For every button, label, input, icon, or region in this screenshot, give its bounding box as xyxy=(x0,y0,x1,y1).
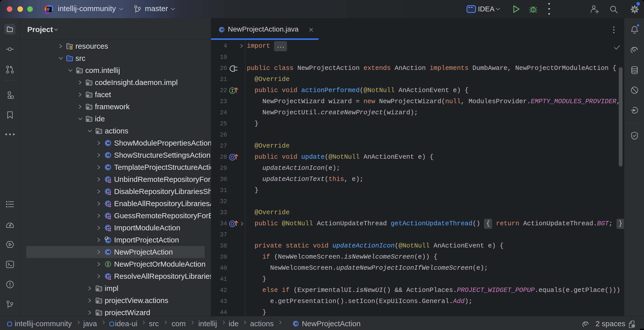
svg-text:IJ: IJ xyxy=(47,7,49,10)
